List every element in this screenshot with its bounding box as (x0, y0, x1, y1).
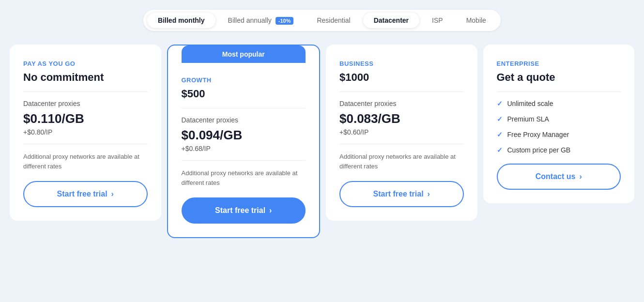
price-per-ip-growth: +$0.68/IP (182, 145, 306, 152)
plan-card-enterprise: ENTERPRISE Get a quote ✓ Unlimited scale… (483, 45, 635, 203)
plan-label-growth: GROWTH (182, 76, 306, 84)
proxy-label-growth: Datacenter proxies (182, 116, 306, 124)
billing-annually-label: Billed annually (228, 16, 272, 24)
enterprise-features: ✓ Unlimited scale ✓ Premium SLA ✓ Free P… (497, 100, 621, 154)
proxy-label-business: Datacenter proxies (339, 100, 464, 107)
feature-label-proxy-manager: Free Proxy Manager (507, 131, 569, 138)
divider-1 (23, 91, 148, 92)
start-trial-button-business[interactable]: Start free trial › (339, 181, 464, 207)
divider-7 (497, 91, 621, 92)
plan-card-payasyougo: PAY AS YOU GO No commitment Datacenter p… (10, 45, 161, 221)
feature-label-premium-sla: Premium SLA (507, 115, 549, 123)
plan-price-business: $1000 (339, 71, 464, 84)
plans-container: PAY AS YOU GO No commitment Datacenter p… (10, 45, 634, 238)
plan-label-payasyougo: PAY AS YOU GO (23, 60, 148, 67)
plan-price-growth: $500 (182, 88, 306, 100)
divider-5 (339, 91, 464, 92)
additional-text-payasyougo: Additional proxy networks are available … (23, 152, 148, 171)
divider-4 (182, 160, 306, 161)
contact-us-button-enterprise[interactable]: Contact us › (497, 164, 621, 190)
feature-item-custom-price: ✓ Custom price per GB (497, 146, 621, 154)
price-per-ip-payasyougo: +$0.80/IP (23, 128, 148, 136)
billing-option-mobile[interactable]: Mobile (456, 13, 497, 28)
divider-6 (339, 144, 464, 144)
billing-bar: Billed monthly Billed annually -10% Resi… (143, 10, 501, 31)
plan-label-business: BUSINESS (339, 60, 464, 67)
chevron-icon-growth: › (269, 206, 272, 215)
billing-option-annually[interactable]: Billed annually -10% (217, 13, 305, 28)
additional-text-business: Additional proxy networks are available … (339, 152, 464, 171)
billing-option-isp[interactable]: ISP (421, 13, 454, 28)
price-per-gb-payasyougo: $0.110/GB (23, 111, 148, 126)
check-icon-3: ✓ (497, 131, 503, 138)
price-per-ip-business: +$0.60/IP (339, 128, 464, 136)
chevron-icon-business: › (428, 190, 430, 198)
price-per-gb-business: $0.083/GB (339, 111, 464, 126)
feature-item-premium-sla: ✓ Premium SLA (497, 115, 621, 123)
plan-card-growth: Most popular GROWTH $500 Datacenter prox… (167, 45, 321, 238)
plan-card-business: BUSINESS $1000 Datacenter proxies $0.083… (326, 45, 477, 221)
additional-text-growth: Additional proxy networks are available … (182, 168, 306, 188)
discount-badge: -10% (276, 17, 294, 25)
plan-price-enterprise: Get a quote (497, 71, 621, 84)
popular-banner: Most popular (182, 45, 306, 63)
chevron-icon-enterprise: › (579, 172, 582, 181)
billing-option-datacenter[interactable]: Datacenter (363, 13, 419, 28)
feature-item-unlimited-scale: ✓ Unlimited scale (497, 100, 621, 107)
divider-3 (182, 108, 306, 108)
feature-label-unlimited-scale: Unlimited scale (507, 100, 553, 107)
check-icon-1: ✓ (497, 100, 503, 107)
check-icon-4: ✓ (497, 146, 503, 154)
feature-label-custom-price: Custom price per GB (507, 146, 571, 154)
check-icon-2: ✓ (497, 115, 503, 123)
proxy-label-payasyougo: Datacenter proxies (23, 100, 148, 107)
plan-price-payasyougo: No commitment (23, 71, 148, 84)
price-per-gb-growth: $0.094/GB (182, 128, 306, 143)
feature-item-proxy-manager: ✓ Free Proxy Manager (497, 131, 621, 138)
divider-2 (23, 144, 148, 144)
chevron-icon: › (111, 190, 114, 198)
plan-label-enterprise: ENTERPRISE (497, 60, 621, 67)
start-trial-button-growth[interactable]: Start free trial › (182, 197, 306, 224)
billing-option-monthly[interactable]: Billed monthly (147, 13, 215, 28)
billing-option-residential[interactable]: Residential (306, 13, 361, 28)
start-trial-button-payasyougo[interactable]: Start free trial › (23, 181, 148, 207)
